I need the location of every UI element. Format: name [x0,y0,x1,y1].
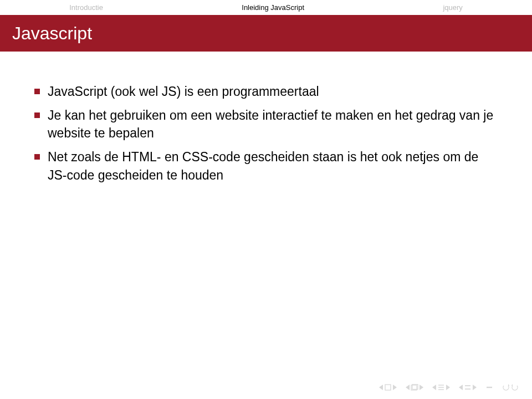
slide-icon [384,383,392,391]
frame-icon [411,383,418,391]
arrow-right-icon [393,385,397,390]
document-icon [485,383,493,391]
section-nav: Introductie Inleiding JavaScript jquery [0,0,532,13]
slide: Introductie Inleiding JavaScript jquery … [0,0,532,399]
nav-item-inleiding-javascript[interactable]: Inleiding JavaScript [242,3,304,12]
nav-backforward-group[interactable] [502,383,519,391]
svg-rect-0 [385,385,391,390]
slide-content: JavaScript (ook wel JS) is een programme… [0,52,532,184]
subsection-icon [437,383,445,391]
arrow-left-icon [406,385,410,390]
slide-title: Javascript [12,23,92,44]
bullet-item: Je kan het gebruiken om een website inte… [31,106,501,142]
bullet-item: JavaScript (ook wel JS) is een programme… [31,83,501,101]
arrow-right-icon [473,385,477,390]
arrow-left-icon [459,385,463,390]
nav-item-introductie[interactable]: Introductie [69,3,103,12]
arrow-left-icon [432,385,436,390]
beamer-nav-symbols [379,383,519,391]
bullet-list: JavaScript (ook wel JS) is een programme… [31,83,501,184]
title-band: Javascript [0,15,532,52]
nav-slide-group[interactable] [379,383,397,391]
nav-appendix-group[interactable] [485,383,493,391]
arrow-left-icon [379,385,383,390]
svg-marker-10 [511,384,513,386]
redo-icon [511,383,519,391]
nav-section-group[interactable] [459,383,477,391]
bullet-item: Net zoals de HTML- en CSS-code gescheide… [31,148,501,184]
nav-item-jquery[interactable]: jquery [443,3,462,12]
arrow-right-icon [446,385,450,390]
arrow-right-icon [420,385,423,390]
undo-icon [502,383,510,391]
nav-frame-group[interactable] [406,383,423,391]
section-icon [464,383,472,391]
nav-subsection-group[interactable] [432,383,450,391]
svg-marker-9 [508,384,510,386]
